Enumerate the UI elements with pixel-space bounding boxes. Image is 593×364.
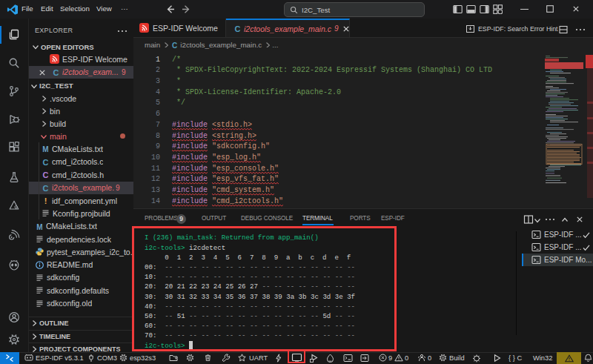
svg-text:C: C	[53, 67, 59, 76]
svg-text:C: C	[43, 171, 49, 179]
svg-text:M: M	[36, 222, 42, 231]
svg-text:!: !	[44, 196, 47, 205]
svg-text:C: C	[235, 24, 241, 33]
svg-text:C: C	[43, 183, 49, 192]
svg-text:C: C	[172, 41, 177, 49]
svg-text:M: M	[42, 145, 48, 153]
svg-text:C: C	[43, 157, 49, 166]
